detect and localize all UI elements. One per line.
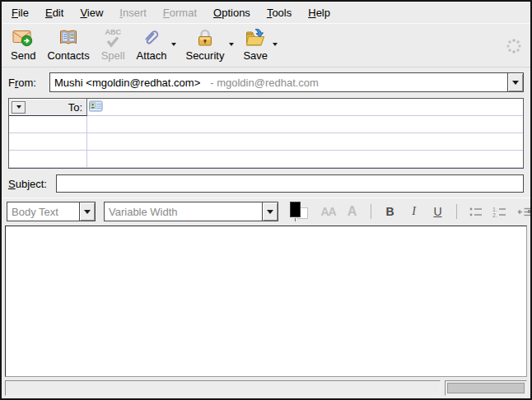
menu-tools[interactable]: Tools bbox=[259, 3, 300, 22]
font-style-dropdown-button[interactable] bbox=[262, 202, 278, 221]
italic-button[interactable]: I bbox=[403, 202, 425, 221]
attach-icon bbox=[141, 27, 162, 49]
contacts-button[interactable]: Contacts bbox=[41, 26, 95, 62]
chevron-down-icon bbox=[84, 210, 91, 214]
from-label: From: bbox=[8, 77, 44, 89]
recipient-type-cell bbox=[9, 151, 87, 168]
menu-format[interactable]: Format bbox=[155, 3, 205, 22]
recipient-type-cell bbox=[9, 116, 87, 133]
menubar: File Edit View Insert Format Options Too… bbox=[2, 2, 530, 23]
numbered-list-button[interactable]: 1. 2. bbox=[488, 202, 511, 221]
bullet-list-button[interactable] bbox=[464, 202, 487, 221]
foreground-color-swatch bbox=[290, 202, 301, 217]
from-account-value: Mushi <mgoldin@redhat.com> - mgoldin@red… bbox=[50, 73, 507, 91]
save-menu-arrow[interactable] bbox=[271, 44, 279, 60]
paragraph-style-select[interactable]: Body Text bbox=[7, 202, 96, 221]
recipient-entry-cell[interactable] bbox=[87, 133, 523, 151]
font-color-picker[interactable] bbox=[288, 202, 311, 222]
chevron-down-icon bbox=[229, 43, 234, 58]
spell-check-icon: ABC bbox=[102, 27, 124, 49]
recipient-row-1: To: bbox=[9, 99, 523, 116]
svg-text:1.: 1. bbox=[492, 206, 497, 212]
underline-button[interactable]: U bbox=[427, 202, 449, 221]
to-entry-cell[interactable] bbox=[87, 99, 523, 116]
recipient-entry-cell[interactable] bbox=[87, 116, 523, 133]
attach-menu-arrow[interactable] bbox=[170, 44, 178, 60]
security-button[interactable]: Security bbox=[180, 26, 230, 62]
font-style-value: Variable Width bbox=[105, 202, 262, 221]
from-row: From: Mushi <mgoldin@redhat.com> - mgold… bbox=[2, 67, 530, 96]
svg-text:2.: 2. bbox=[492, 212, 497, 218]
menu-options[interactable]: Options bbox=[205, 3, 259, 22]
main-toolbar: Send Contacts ABC bbox=[2, 23, 530, 67]
to-input[interactable] bbox=[105, 100, 521, 114]
grow-font-button[interactable]: A bbox=[341, 202, 363, 221]
from-dropdown-button[interactable] bbox=[507, 73, 523, 91]
chevron-down-icon bbox=[16, 105, 21, 109]
shrink-font-button[interactable]: AA bbox=[317, 202, 339, 221]
from-account-name: Mushi <mgoldin@redhat.com> bbox=[54, 77, 200, 89]
menu-file[interactable]: File bbox=[3, 3, 37, 22]
spell-label: Spell bbox=[101, 49, 125, 62]
paragraph-style-value: Body Text bbox=[7, 202, 79, 221]
paragraph-style-dropdown-button[interactable] bbox=[79, 202, 95, 221]
attach-button[interactable]: Attach bbox=[131, 26, 173, 62]
activity-spinner-icon bbox=[506, 38, 522, 57]
font-style-select[interactable]: Variable Width bbox=[104, 202, 278, 221]
recipient-type-button[interactable]: To: bbox=[9, 99, 87, 116]
recipient-type-cell bbox=[9, 133, 87, 151]
contacts-icon bbox=[58, 27, 79, 49]
send-label: Send bbox=[11, 49, 35, 62]
send-icon bbox=[12, 27, 34, 49]
chevron-down-icon bbox=[273, 43, 278, 58]
recipient-row-4 bbox=[9, 151, 523, 168]
subject-row: Subject: bbox=[2, 170, 530, 198]
message-body-editor[interactable] bbox=[5, 226, 527, 377]
menu-help[interactable]: Help bbox=[300, 3, 338, 22]
subject-input[interactable] bbox=[56, 174, 524, 193]
attach-label: Attach bbox=[137, 49, 167, 62]
chevron-down-icon bbox=[171, 43, 176, 58]
security-lock-icon bbox=[194, 27, 216, 49]
security-label: Security bbox=[185, 49, 224, 62]
chevron-down-icon bbox=[512, 81, 519, 85]
toolbar-separator bbox=[456, 204, 457, 219]
menu-edit[interactable]: Edit bbox=[37, 3, 72, 22]
from-account-email: - mgoldin@redhat.com bbox=[210, 77, 319, 89]
progress-bar bbox=[447, 383, 525, 393]
recipient-type-dropdown-button[interactable] bbox=[12, 101, 26, 114]
contact-card-icon bbox=[89, 100, 103, 114]
format-toolbar: Body Text Variable Width AA A B I U 1. bbox=[2, 198, 530, 225]
progress-bar-well bbox=[445, 380, 527, 396]
color-picker-tick bbox=[295, 218, 296, 221]
contacts-label: Contacts bbox=[47, 49, 89, 62]
recipients-table: To: bbox=[8, 98, 524, 169]
menu-view[interactable]: View bbox=[72, 3, 111, 22]
clipped-toolbar-button bbox=[528, 210, 530, 213]
save-draft-icon bbox=[245, 27, 266, 49]
toolbar-separator bbox=[371, 204, 371, 219]
recipient-entry-cell[interactable] bbox=[87, 151, 523, 168]
from-account-select[interactable]: Mushi <mgoldin@redhat.com> - mgoldin@red… bbox=[49, 72, 524, 92]
save-label: Save bbox=[243, 49, 268, 62]
spell-button[interactable]: ABC Spell bbox=[96, 26, 131, 62]
chevron-down-icon bbox=[267, 210, 273, 214]
send-button[interactable]: Send bbox=[5, 26, 41, 62]
status-message bbox=[5, 380, 441, 396]
mail-composer-window: File Edit View Insert Format Options Too… bbox=[0, 0, 532, 400]
save-button[interactable]: Save bbox=[237, 26, 273, 62]
security-menu-arrow[interactable] bbox=[227, 44, 236, 60]
numbered-list-icon: 1. 2. bbox=[492, 206, 507, 218]
recipient-row-3 bbox=[9, 133, 523, 151]
bullet-list-icon bbox=[469, 206, 483, 218]
status-bar bbox=[2, 379, 530, 398]
bold-button[interactable]: B bbox=[379, 202, 401, 221]
menu-insert[interactable]: Insert bbox=[111, 3, 155, 22]
subject-label: Subject: bbox=[8, 178, 50, 190]
recipient-row-2 bbox=[9, 116, 523, 133]
to-label: To: bbox=[68, 101, 84, 114]
